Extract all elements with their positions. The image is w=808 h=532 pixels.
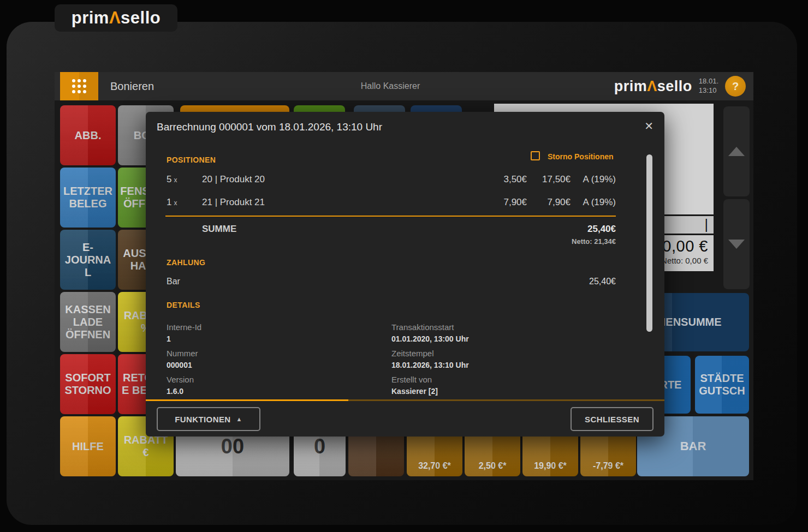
payment-amount: 25,40€ (506, 277, 616, 286)
detail-key: Zeitstempel (391, 349, 434, 358)
detail-value: 000001 (167, 361, 192, 369)
sidebar-button-letzter-beleg[interactable]: LETZTER BELEG (60, 168, 116, 228)
position-total: 17,50€ (528, 168, 571, 191)
question-icon: ? (732, 80, 739, 93)
brand-logo-tab: primΛsello (55, 4, 177, 32)
detail-value: 1.6.0 (167, 387, 183, 396)
positions-section-label: POSITIONEN (167, 156, 216, 164)
pos-app: Bonieren Hallo Kassierer primΛsello 18.0… (55, 72, 753, 480)
detail-key: Nummer (167, 349, 198, 358)
sidebar-button-hilfe[interactable]: HILFE (60, 416, 116, 476)
scroll-up-button[interactable] (723, 106, 750, 196)
staedte-gutschein-button[interactable]: STÄDTE GUTSCH (695, 356, 749, 414)
positions-divider (165, 216, 616, 217)
position-name: 20 | Produkt 20 (202, 168, 265, 191)
receipt-detail-modal: Barrechnung 000001 vom 18.01.2026, 13:10… (146, 112, 664, 437)
payment-method: Bar (167, 277, 180, 286)
sidebar-button-kassenlade-oeffnen[interactable]: KASSENLADE ÖFFNEN (60, 292, 116, 352)
sum-label: SUMME (202, 224, 236, 235)
brand-logo-header: primΛsello (614, 78, 692, 95)
position-row: 5x 20 | Produkt 20 3,50€ 17,50€ A (19%) (146, 168, 664, 191)
position-name: 21 | Produkt 21 (202, 191, 265, 214)
detail-key: Version (167, 375, 194, 384)
position-unit-price: 3,50€ (451, 168, 527, 191)
datetime-display: 18.01. 13:10 (699, 77, 718, 95)
arrow-up-icon (728, 147, 745, 156)
detail-value: 01.01.2020, 13:00 Uhr (391, 334, 469, 343)
brand-lambda-icon: Λ (647, 78, 657, 94)
position-tax: A (19%) (576, 191, 616, 214)
close-icon[interactable]: ✕ (644, 119, 653, 133)
modal-footer-progress-line (146, 399, 664, 401)
modal-title: Barrechnung 000001 vom 18.01.2026, 13:10… (157, 121, 382, 133)
position-total: 7,90€ (528, 191, 571, 214)
position-unit-price: 7,90€ (451, 191, 527, 214)
storno-positions-checkbox[interactable] (531, 151, 540, 160)
sidebar-button-sofort-storno[interactable]: SOFORT STORNO (60, 354, 116, 414)
storno-positions-label[interactable]: Storno Positionen (548, 152, 614, 161)
detail-key: Erstellt von (391, 375, 432, 384)
brand-logo: primΛsello (72, 8, 161, 28)
detail-value: 1 (167, 334, 171, 343)
screen: primΛsello Bonieren Hallo Kassierer prim… (0, 0, 808, 532)
schliessen-button[interactable]: SCHLIESSEN (571, 407, 653, 431)
detail-key: Interne-Id (167, 322, 201, 332)
header-right: primΛsello 18.01. 13:10 ? (614, 72, 746, 100)
sidebar-button-e-journal[interactable]: E-JOURNAL (60, 230, 116, 290)
help-button[interactable]: ? (725, 76, 746, 97)
position-row: 1x 21 | Produkt 21 7,90€ 7,90€ A (19%) (146, 191, 664, 214)
sum-value: 25,40€ (506, 224, 616, 235)
sidebar-button-abbrechen[interactable]: ABB. (60, 105, 116, 165)
arrow-down-icon (728, 240, 745, 249)
detail-value: Kassierer [2] (391, 387, 438, 396)
scroll-down-button[interactable] (723, 199, 750, 289)
brand-lambda-icon: Λ (109, 8, 121, 27)
position-tax: A (19%) (576, 168, 616, 191)
payment-section-label: ZAHLUNG (167, 258, 205, 267)
functions-button[interactable]: FUNKTIONEN▲ (157, 407, 260, 431)
detail-value: 18.01.2026, 13:10 Uhr (391, 361, 469, 369)
time-label: 13:10 (699, 86, 718, 95)
triangle-up-icon: ▲ (236, 416, 242, 422)
sum-netto: Netto: 21,34€ (506, 237, 616, 246)
details-section-label: DETAILS (167, 301, 200, 309)
header-bar: Bonieren Hallo Kassierer primΛsello 18.0… (55, 72, 753, 100)
date-label: 18.01. (699, 77, 718, 86)
text-cursor: | (705, 217, 709, 232)
detail-key: Transaktionsstart (391, 322, 454, 332)
